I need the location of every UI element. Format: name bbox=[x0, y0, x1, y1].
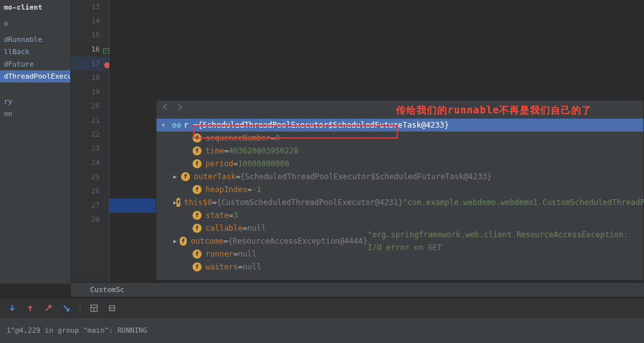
variable-eq: = bbox=[247, 183, 252, 196]
variable-name: callable bbox=[205, 222, 243, 235]
variable-name: r = bbox=[184, 119, 198, 132]
variable-name: period bbox=[205, 157, 233, 170]
line-number[interactable]: 20 bbox=[71, 99, 109, 113]
variable-eq: = bbox=[233, 248, 238, 260]
variable-name: waiters bbox=[205, 260, 238, 273]
debug-variable-row[interactable]: fstate = 3 bbox=[156, 209, 643, 222]
variable-type: {CustomScheduledThreadPoolExecutor@4231} bbox=[216, 196, 402, 209]
variable-eq: = bbox=[233, 157, 238, 170]
variable-type: {ScheduledThreadPoolExecutor$ScheduledFu… bbox=[240, 170, 491, 183]
variable-type: null bbox=[238, 248, 257, 260]
variable-value: 0 bbox=[275, 132, 279, 144]
debug-toolbar bbox=[156, 101, 643, 116]
debug-variable-row[interactable]: ▶fthis$0 = {CustomScheduledThreadPoolExe… bbox=[156, 196, 643, 209]
line-number[interactable]: 14 bbox=[71, 14, 109, 28]
debug-back-icon[interactable] bbox=[162, 102, 169, 115]
sidebar-item[interactable]: on bbox=[0, 108, 70, 120]
sidebar-item[interactable]: o bbox=[0, 17, 70, 30]
editor-tab-strip[interactable]: CustomSc bbox=[71, 282, 644, 297]
variable-eq: = bbox=[224, 144, 229, 157]
field-chip-icon: f bbox=[193, 133, 202, 142]
variable-eq: = bbox=[243, 222, 247, 235]
line-number[interactable]: 21 bbox=[71, 113, 109, 128]
variable-eq: = bbox=[223, 235, 228, 248]
variable-eq: = bbox=[229, 209, 233, 222]
expand-icon[interactable]: ▶ bbox=[173, 170, 181, 183]
line-number[interactable]: 28 bbox=[71, 213, 109, 227]
line-number[interactable]: 18 bbox=[71, 71, 109, 85]
debug-stepping-toolbar bbox=[0, 298, 644, 317]
variable-name: runner bbox=[205, 248, 233, 260]
project-sidebar[interactable]: mo-client o dRunnable llBack dFuture dTh… bbox=[0, 0, 71, 284]
expand-icon[interactable]: ▶ bbox=[173, 235, 180, 248]
field-chip-icon: f bbox=[193, 262, 202, 271]
debug-variable-row[interactable]: fheapIndex = -1 bbox=[156, 183, 643, 196]
field-chip-icon: f bbox=[193, 250, 202, 259]
field-chip-icon: f bbox=[193, 159, 202, 168]
code-line[interactable] bbox=[109, 28, 644, 43]
sidebar-item[interactable]: ry bbox=[0, 95, 70, 108]
field-chip-icon: f bbox=[193, 146, 202, 155]
editor-tab[interactable]: CustomSc bbox=[84, 286, 131, 294]
debug-variables-panel[interactable]: ▼ oo r = {ScheduledThreadPoolExecutor$Sc… bbox=[156, 100, 644, 280]
variable-name: sequenceNumber bbox=[205, 132, 270, 144]
field-chip-icon: f bbox=[193, 185, 202, 194]
variable-name: state bbox=[205, 209, 229, 222]
code-line[interactable] bbox=[109, 71, 644, 85]
variable-eq: = bbox=[238, 260, 243, 273]
variable-eq: = bbox=[236, 170, 240, 183]
line-number[interactable]: 13 bbox=[71, 0, 109, 14]
sidebar-item[interactable]: dFuture bbox=[0, 58, 70, 70]
step-up-icon[interactable] bbox=[26, 304, 35, 313]
debug-variable-row[interactable]: ▶fouterTask = {ScheduledThreadPoolExecut… bbox=[156, 170, 643, 183]
variable-value: -1 bbox=[252, 183, 261, 196]
line-number[interactable]: 26 bbox=[71, 184, 109, 199]
step-down-icon[interactable] bbox=[8, 304, 17, 313]
line-number[interactable]: 24 bbox=[71, 156, 109, 170]
variable-value: 10000000000 bbox=[238, 157, 289, 170]
debug-forward-icon[interactable] bbox=[176, 102, 184, 115]
variable-value: "com.example.webdemo.webdemo1.CustomSche… bbox=[402, 196, 644, 209]
sidebar-item[interactable]: mo-client bbox=[0, 1, 70, 14]
variable-name: outcome bbox=[191, 235, 223, 248]
debug-variable-row[interactable]: fsequenceNumber = 0 bbox=[156, 132, 643, 144]
debug-variable-row[interactable]: fperiod = 10000000000 bbox=[156, 157, 643, 170]
field-chip-icon: f bbox=[181, 172, 190, 181]
variable-value: 403620803950228 bbox=[229, 144, 298, 157]
sidebar-item-selected[interactable]: dThreadPoolExecutc bbox=[0, 70, 70, 83]
line-number[interactable]: 25 bbox=[71, 170, 109, 184]
line-number[interactable]: 15 bbox=[71, 28, 109, 43]
variable-eq: = bbox=[270, 132, 275, 144]
step-out-icon[interactable] bbox=[44, 304, 53, 313]
field-chip-icon: f bbox=[193, 211, 202, 220]
field-chip-icon: f bbox=[176, 198, 180, 207]
sidebar-item[interactable]: llBack bbox=[0, 46, 70, 58]
variable-type: null bbox=[243, 260, 261, 273]
debug-variable-root[interactable]: ▼ oo r = {ScheduledThreadPoolExecutor$Sc… bbox=[156, 119, 643, 132]
line-number[interactable]: 19 bbox=[71, 85, 109, 99]
debug-oo-badge: oo bbox=[172, 119, 181, 132]
line-number[interactable]: 16⮹ bbox=[71, 43, 109, 57]
status-bar: 1"@4,229 in group "main": RUNNING bbox=[0, 317, 644, 343]
collapse-icon[interactable]: ▼ bbox=[162, 119, 169, 132]
variable-eq: = bbox=[212, 196, 216, 209]
variable-value: 3 bbox=[233, 209, 238, 222]
variable-name: heapIndex bbox=[205, 183, 247, 196]
debug-variable-row[interactable]: fwaiters = null bbox=[156, 260, 643, 273]
settings-icon[interactable] bbox=[108, 304, 117, 313]
editor-gutter[interactable]: 13 14 15 16⮹ 17⬣ 18 19 20 21 22 23 24 25… bbox=[71, 0, 109, 284]
variable-type: {ResourceAccessException@4444} bbox=[228, 235, 368, 248]
line-number[interactable]: 17⬣ bbox=[71, 57, 109, 71]
step-into-icon[interactable] bbox=[62, 304, 71, 313]
debug-variable-row[interactable]: ftime = 403620803950228 bbox=[156, 144, 643, 157]
field-chip-icon: f bbox=[193, 224, 202, 233]
line-number[interactable]: 23 bbox=[71, 142, 109, 156]
calculator-icon[interactable] bbox=[90, 304, 99, 313]
line-number[interactable]: 22 bbox=[71, 128, 109, 142]
sidebar-item[interactable]: dRunnable bbox=[0, 34, 70, 46]
variable-name: outerTask bbox=[194, 170, 236, 183]
line-number[interactable]: 27 bbox=[71, 199, 109, 213]
variable-value: "org.springframework.web.client.Resource… bbox=[368, 228, 643, 254]
toolbar-separator bbox=[80, 302, 80, 314]
debug-variable-row[interactable]: ▶foutcome = {ResourceAccessException@444… bbox=[156, 235, 643, 248]
